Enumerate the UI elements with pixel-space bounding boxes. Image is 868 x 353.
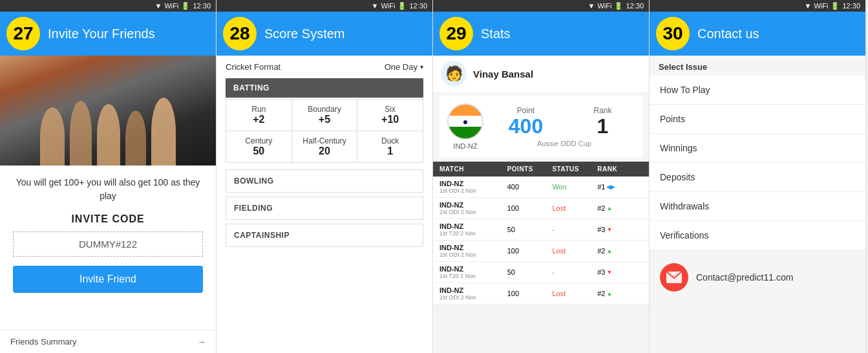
- panel-28: ▼ WiFi 🔋 12:30 28 Score System Cricket F…: [217, 0, 433, 353]
- header-28: 28 Score System: [217, 12, 432, 56]
- rank-label: Rank: [571, 106, 635, 115]
- avatar: 🧑: [441, 61, 467, 87]
- table-row: IND-NZ1st T20 2 Nov 50 - #3 ▼: [433, 219, 649, 241]
- friends-summary-footer[interactable]: Friends Summary →: [0, 330, 216, 353]
- header-title-29: Stats: [481, 27, 511, 41]
- flag-label: IND-NZ: [453, 142, 477, 150]
- list-item-withdrawals[interactable]: Withdrawals: [650, 192, 865, 221]
- fielding-section[interactable]: FIELDING: [226, 197, 423, 220]
- halfcentury-label: Half-Century: [302, 136, 346, 145]
- battery-icon: 🔋: [181, 2, 190, 10]
- stats-card: ● IND-NZ Point 400 Rank 1 Aussie ODD Cup: [439, 96, 642, 158]
- table-row: IND-NZ1st ODI 2 Nov 400 Won #1 ◀▶: [433, 176, 649, 198]
- arrow-right-icon: ◀▶: [606, 184, 615, 190]
- bowling-section[interactable]: BOWLING: [226, 169, 423, 193]
- stats-content: 🧑 Vinay Bansal ● IND-NZ Point 400 Rank: [433, 56, 649, 353]
- invite-friend-button[interactable]: Invite Friend: [13, 266, 203, 293]
- wifi-icon-30: WiFi: [814, 2, 828, 10]
- chevron-down-icon: ▾: [420, 63, 423, 70]
- batting-cell-halfcentury: Half-Century 20: [292, 131, 357, 162]
- rank-cell: #3 ▼: [597, 226, 642, 233]
- six-value: +10: [360, 114, 420, 125]
- score-system-content: Cricket Format One Day ▾ BATTING Run +2 …: [217, 56, 432, 353]
- list-item-how-to-play[interactable]: How To Play: [650, 76, 865, 105]
- status-time-28: 12:30: [409, 2, 427, 10]
- six-label: Six: [385, 105, 396, 114]
- arrow-down-icon: ▼: [606, 269, 612, 275]
- halfcentury-value: 20: [295, 145, 355, 157]
- status-cell: -: [552, 226, 597, 233]
- header-27: 27 Invite Your Friends: [0, 12, 216, 56]
- user-row: 🧑 Vinay Bansal: [433, 56, 649, 92]
- status-bar-29: ▼ WiFi 🔋 12:30: [433, 0, 649, 12]
- points-cell: 50: [507, 226, 553, 233]
- captainship-section[interactable]: CAPTAINSHIP: [226, 224, 423, 247]
- arrow-up-icon: ▲: [606, 248, 612, 254]
- header-title-30: Contact us: [697, 27, 759, 41]
- list-item-verifications[interactable]: Verifications: [650, 221, 865, 250]
- col-rank: RANK: [597, 166, 642, 173]
- contact-email-row: Contact@predict11.com: [650, 250, 865, 305]
- status-bar-28: ▼ WiFi 🔋 12:30: [217, 0, 432, 12]
- status-cell: Lost: [552, 247, 597, 255]
- signal-icon-29: ▼: [588, 2, 595, 10]
- rank-cell: #2 ▲: [597, 247, 642, 255]
- panel-30: ▼ WiFi 🔋 12:30 30 Contact us Select Issu…: [650, 0, 866, 353]
- boundary-value: +5: [295, 114, 355, 125]
- wifi-icon: WiFi: [164, 2, 178, 10]
- match-cell: IND-NZ2st ODI 2 Nov: [439, 201, 507, 215]
- batting-cell-boundary: Boundary +5: [292, 100, 357, 131]
- number-badge-30: 30: [656, 17, 690, 50]
- point-label: Point: [494, 106, 558, 115]
- table-row: IND-NZ2st ODI 2 Nov 100 Lost #2 ▲: [433, 283, 649, 305]
- status-cell: -: [552, 268, 597, 276]
- format-value[interactable]: One Day ▾: [385, 62, 423, 72]
- arrow-up-icon: ▲: [606, 290, 612, 297]
- signal-icon: ▼: [155, 2, 162, 10]
- match-cell: IND-NZ1st T20 2 Nov: [439, 222, 507, 237]
- contact-email: Contact@predict11.com: [696, 272, 793, 283]
- number-badge-27: 27: [6, 17, 40, 50]
- duck-value: 1: [360, 145, 420, 157]
- col-points: POINTS: [507, 166, 553, 173]
- cup-label: Aussie ODD Cup: [494, 140, 635, 147]
- batting-cell-duck: Duck 1: [357, 131, 423, 162]
- list-item-points[interactable]: Points: [650, 105, 865, 134]
- battery-icon-28: 🔋: [397, 2, 407, 10]
- signal-icon-30: ▼: [805, 2, 812, 10]
- points-cell: 400: [507, 183, 553, 191]
- list-item-deposits[interactable]: Deposits: [650, 163, 865, 192]
- status-bar-27: ▼ WiFi 🔋 12:30: [0, 0, 216, 12]
- points-col: Point 400: [494, 106, 558, 138]
- list-item-winnings[interactable]: Winnings: [650, 134, 865, 163]
- status-bar-30: ▼ WiFi 🔋 12:30: [650, 0, 865, 12]
- header-29: 29 Stats: [433, 12, 649, 56]
- century-value: 50: [229, 145, 289, 157]
- invite-content: You will get 100+ you will also get 100 …: [0, 166, 216, 330]
- number-badge-29: 29: [439, 17, 473, 50]
- rank-cell: #2 ▲: [597, 290, 642, 297]
- point-value: 400: [494, 115, 558, 138]
- header-title-27: Invite Your Friends: [48, 27, 155, 41]
- status-time-29: 12:30: [626, 2, 644, 10]
- rank-col: Rank 1: [571, 106, 635, 138]
- signal-icon-28: ▼: [372, 2, 379, 10]
- run-label: Run: [251, 105, 266, 114]
- status-cell: Lost: [552, 290, 597, 297]
- boundary-label: Boundary: [308, 105, 341, 114]
- batting-header: BATTING: [226, 78, 423, 98]
- match-cell: IND-NZ2st ODI 2 Nov: [439, 286, 507, 301]
- match-cell: IND-NZ2st ODI 2 Nov: [439, 244, 507, 258]
- invite-code-label: INVITE CODE: [13, 213, 203, 225]
- rank-cell: #2 ▲: [597, 204, 642, 212]
- number-badge-28: 28: [223, 17, 257, 50]
- panel-27: ▼ WiFi 🔋 12:30 27 Invite Your Friends Yo…: [0, 0, 217, 353]
- duck-label: Duck: [381, 136, 399, 145]
- points-cell: 100: [507, 290, 553, 297]
- run-value: +2: [229, 114, 289, 125]
- points-cell: 100: [507, 204, 553, 212]
- battery-icon-30: 🔋: [831, 2, 840, 10]
- friends-image: [0, 56, 216, 166]
- table-row: IND-NZ2st ODI 2 Nov 100 Lost #2 ▲: [433, 198, 649, 219]
- format-label: Cricket Format: [226, 62, 281, 72]
